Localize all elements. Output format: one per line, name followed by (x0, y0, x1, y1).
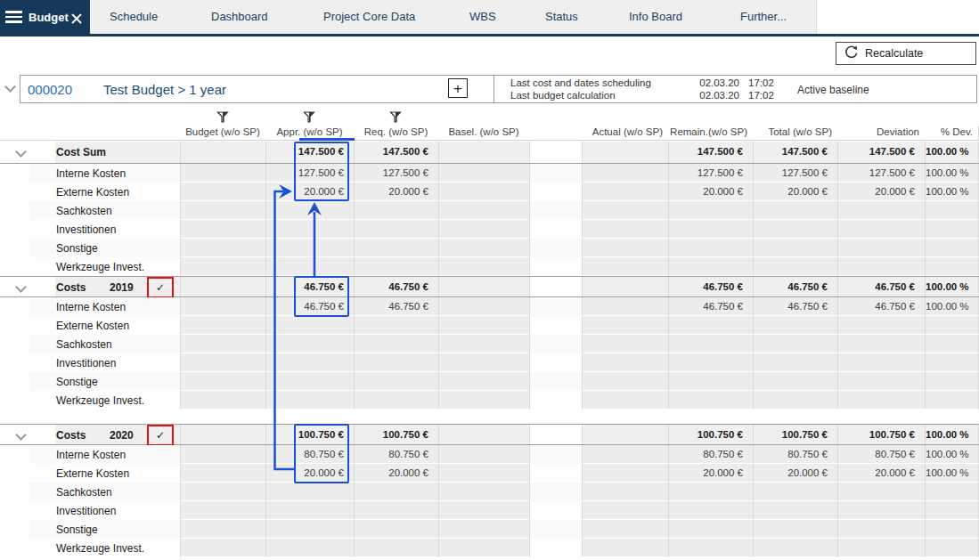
cost-row[interactable]: Sachkosten (0, 201, 979, 220)
gap-cell (529, 425, 582, 444)
tab-status[interactable]: Status (545, 10, 578, 23)
row-label[interactable]: Sonstige (56, 376, 98, 388)
cost-row[interactable]: Interne Kosten46.750 €46.750 €46.750 €46… (0, 297, 979, 316)
tab-wbs[interactable]: WBS (469, 10, 496, 23)
value-cell (354, 239, 438, 257)
row-label[interactable]: Externe Kosten (56, 320, 129, 332)
value-cell: 46.750 € (668, 277, 753, 296)
row-label[interactable]: Sonstige (56, 242, 98, 255)
value-cell (438, 297, 529, 316)
row-label[interactable]: Werkzeuge Invest. (56, 394, 144, 407)
row-label[interactable]: Sachkosten (56, 205, 112, 217)
value-cell: 20.000 € (668, 464, 753, 483)
row-label[interactable]: Investitionen (56, 505, 116, 517)
chevron-down-icon[interactable] (15, 429, 27, 441)
row-label[interactable]: Sachkosten (56, 338, 112, 351)
group-row[interactable]: Cost Sum147.500 €147.500 €147.500 €147.5… (0, 142, 979, 164)
tab-further[interactable]: Further... (740, 10, 787, 23)
col-header-pdev[interactable]: % Dev. (925, 126, 979, 140)
cost-row[interactable]: Investitionen (0, 220, 979, 239)
value-cell (180, 183, 265, 201)
cost-row[interactable]: Investitionen (0, 501, 979, 520)
cost-row[interactable]: Sachkosten (0, 483, 979, 501)
cost-row[interactable]: Werkzeuge Invest. (0, 257, 979, 276)
value-cell (668, 353, 753, 372)
cost-row[interactable]: Investitionen (0, 353, 979, 372)
project-title[interactable]: Test Budget > 1 year (103, 82, 226, 97)
group-row[interactable]: Costs2020✓100.750 €100.750 €100.750 €100… (0, 424, 979, 445)
group-checkbox[interactable]: ✓ (147, 277, 174, 298)
value-cell (438, 445, 529, 464)
indent-cell (0, 372, 29, 391)
row-label[interactable]: Externe Kosten (56, 186, 129, 199)
group-label[interactable]: Cost Sum (56, 146, 106, 158)
add-button[interactable]: + (448, 78, 468, 98)
row-label[interactable]: Werkzeuge Invest. (56, 542, 144, 555)
gap-cell (529, 353, 582, 372)
value-cell (265, 335, 354, 353)
value-cell: 147.500 € (837, 142, 925, 163)
value-cell (582, 201, 668, 220)
tab-dashboard[interactable]: Dashboard (211, 10, 268, 23)
project-expand-chevron-icon[interactable] (4, 81, 16, 93)
group-label[interactable]: Costs (56, 429, 86, 442)
cost-row[interactable]: Werkzeuge Invest. (0, 539, 979, 557)
row-label[interactable]: Sonstige (56, 523, 98, 536)
value-cell (438, 335, 529, 353)
group-row[interactable]: Costs2019✓46.750 €46.750 €46.750 €46.750… (0, 276, 979, 297)
value-cell (438, 520, 529, 539)
row-label[interactable]: Interne Kosten (56, 301, 126, 313)
row-label[interactable]: Interne Kosten (56, 167, 126, 180)
value-cell (925, 391, 979, 410)
col-header-basel[interactable]: Basel. (w/o SP) (438, 126, 529, 140)
tab-budget-active[interactable]: Budget (0, 0, 90, 34)
value-cell (180, 239, 265, 257)
value-cell (837, 239, 925, 257)
cost-row[interactable]: Interne Kosten80.750 €80.750 €80.750 €80… (0, 445, 979, 464)
row-label[interactable]: Investitionen (56, 223, 116, 236)
filter-icon[interactable] (303, 111, 315, 125)
col-header-deviation[interactable]: Deviation (837, 126, 925, 140)
project-id[interactable]: 000020 (28, 82, 72, 97)
cost-row[interactable]: Externe Kosten20.000 €20.000 €20.000 €20… (0, 183, 979, 201)
close-icon[interactable] (71, 12, 82, 22)
col-header-remain[interactable]: Remain.(w/o SP) (668, 126, 753, 140)
gap-cell (529, 445, 582, 464)
cost-row[interactable]: Sachkosten (0, 335, 979, 353)
filter-icon[interactable] (216, 111, 229, 125)
value-cell (438, 316, 529, 335)
row-label[interactable]: Werkzeuge Invest. (56, 261, 144, 273)
value-cell (354, 372, 438, 391)
cost-row[interactable]: Werkzeuge Invest. (0, 391, 979, 410)
recalculate-button[interactable]: Recalculate (836, 42, 976, 65)
col-header-req[interactable]: Req. (w/o SP) (354, 126, 438, 140)
row-label[interactable]: Interne Kosten (56, 449, 126, 461)
value-cell (925, 520, 979, 539)
cost-row[interactable]: Externe Kosten20.000 €20.000 €20.000 €20… (0, 464, 979, 483)
tab-project-core-data[interactable]: Project Core Data (323, 10, 415, 23)
row-label[interactable]: Investitionen (56, 357, 116, 369)
group-checkbox[interactable]: ✓ (147, 425, 174, 446)
indent-cell (0, 220, 29, 239)
cost-row[interactable]: Sonstige (0, 239, 979, 257)
cost-row[interactable]: Externe Kosten (0, 316, 979, 335)
value-cell (925, 372, 979, 391)
cost-row[interactable]: Sonstige (0, 520, 979, 539)
menu-icon[interactable] (5, 11, 22, 23)
tab-schedule[interactable]: Schedule (110, 10, 158, 23)
col-header-budget[interactable]: Budget (w/o SP) (180, 126, 265, 140)
chevron-down-icon[interactable] (15, 281, 27, 293)
cost-row[interactable]: Interne Kosten127.500 €127.500 €127.500 … (0, 164, 979, 183)
value-cell: 20.000 € (837, 183, 925, 201)
value-cell (753, 483, 837, 501)
row-label[interactable]: Externe Kosten (56, 467, 129, 480)
col-header-actual[interactable]: Actual (w/o SP) (582, 126, 668, 140)
cost-row[interactable]: Sonstige (0, 372, 979, 391)
group-label[interactable]: Costs (56, 281, 86, 294)
col-header-total[interactable]: Total (w/o SP) (753, 126, 837, 140)
row-label[interactable]: Sachkosten (56, 486, 112, 499)
chevron-down-icon[interactable] (15, 146, 27, 158)
value-cell (582, 316, 668, 335)
tab-info-board[interactable]: Info Board (629, 10, 682, 23)
filter-icon[interactable] (389, 111, 402, 125)
